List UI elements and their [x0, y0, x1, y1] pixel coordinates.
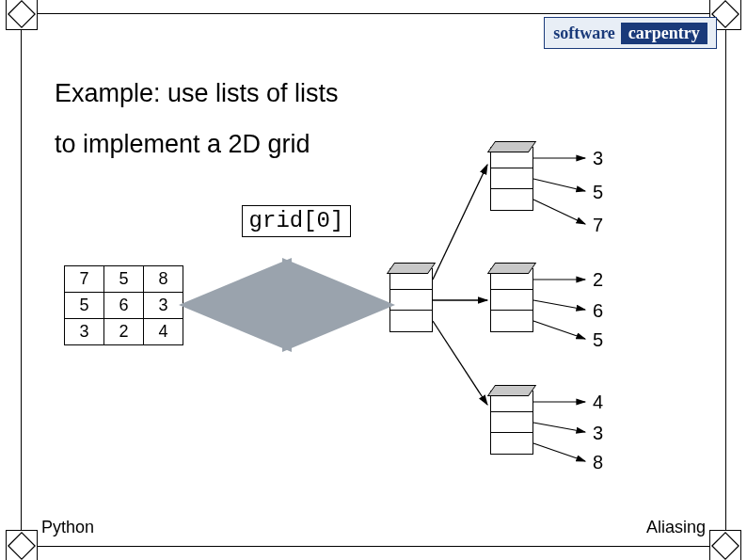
- list-cell: [390, 290, 432, 311]
- sublist-box-top: [490, 147, 533, 211]
- value-label: 8: [593, 452, 612, 473]
- table-row: 5 6 3: [65, 293, 183, 319]
- list-header-icon: [487, 385, 536, 396]
- logo-software-carpentry: software carpentry: [544, 17, 717, 49]
- list-cell: [491, 433, 532, 454]
- grid-cell: 5: [65, 293, 104, 319]
- table-row: 3 2 4: [65, 319, 183, 345]
- value-label: 7: [593, 215, 612, 236]
- logo-text-carpentry: carpentry: [621, 23, 707, 44]
- grid-cell: 2: [104, 319, 144, 345]
- value-label: 5: [593, 182, 612, 203]
- list-header-icon: [487, 263, 536, 274]
- grid-cell: 8: [144, 266, 183, 293]
- corner-ornament-bl: [6, 530, 38, 560]
- list-cell: [390, 311, 432, 331]
- list-cell: [491, 412, 532, 433]
- value-label: 4: [593, 392, 612, 413]
- logo-text-software: software: [553, 24, 615, 43]
- list-cell: [491, 189, 532, 210]
- grid-cell: 3: [65, 319, 104, 345]
- grid-cell: 4: [144, 319, 183, 345]
- outer-list-box: [389, 268, 433, 332]
- grid-cell: 6: [104, 293, 144, 319]
- value-label: 6: [593, 300, 612, 322]
- slide-title-line2: to implement a 2D grid: [55, 130, 310, 159]
- value-label: 3: [593, 148, 612, 169]
- corner-ornament-br: [709, 530, 741, 560]
- footer-right-label: Aliasing: [646, 518, 706, 537]
- list-cell: [491, 168, 532, 189]
- grid-cell: 5: [104, 266, 144, 293]
- value-label: 5: [593, 329, 612, 351]
- table-row: 7 5 8: [65, 266, 183, 293]
- grid-cell: 7: [65, 266, 104, 293]
- grid-2d-table: 7 5 8 5 6 3 3 2 4: [64, 265, 183, 345]
- value-label: 2: [593, 269, 612, 291]
- list-header-icon: [487, 141, 536, 152]
- slide-title-line1: Example: use lists of lists: [55, 79, 339, 108]
- value-label: 3: [593, 423, 612, 444]
- sublist-box-bot: [490, 391, 533, 455]
- sublist-box-mid: [490, 268, 533, 332]
- footer-left-label: Python: [41, 518, 94, 537]
- list-cell: [491, 290, 532, 311]
- list-header-icon: [387, 263, 436, 274]
- grid-cell: 3: [144, 293, 183, 319]
- list-cell: [491, 311, 532, 331]
- corner-ornament-tl: [6, 0, 38, 30]
- grid-index-label: grid[0]: [242, 205, 351, 237]
